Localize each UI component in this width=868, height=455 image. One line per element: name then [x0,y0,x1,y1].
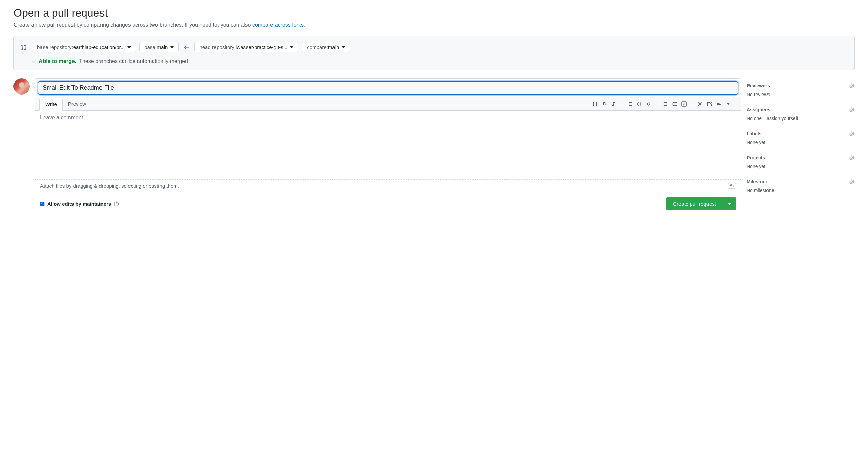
help-icon[interactable] [114,201,119,207]
task-list-icon[interactable] [679,100,688,108]
caret-down-icon [170,46,174,49]
labels-body: None yet [747,140,855,145]
cross-reference-icon[interactable] [705,100,714,108]
milestone-title: Milestone [747,179,769,184]
pr-title-input[interactable] [38,81,738,95]
base-repo-select[interactable]: base repository: earthlab-education/pr..… [32,42,136,52]
milestone-body: No milestone [747,188,855,193]
compare-branch-value: main [328,44,339,50]
svg-point-2 [663,105,663,106]
reviewers-title: Reviewers [747,83,770,88]
page-title: Open a pull request [13,7,855,19]
check-icon [31,59,36,64]
assign-yourself-link[interactable]: assign yourself [766,116,798,121]
merge-msg: These branches can be automatically merg… [79,58,190,64]
base-branch-label: base: [144,44,157,50]
labels-title: Labels [747,131,761,136]
md-toolbar: 123 [588,100,738,108]
caret-down-icon[interactable] [724,100,733,108]
caret-down-icon [342,46,345,49]
gear-icon[interactable] [849,107,855,112]
reviewers-body: No reviews [747,92,855,97]
markdown-badge-icon[interactable]: M↓ [728,183,736,189]
gear-icon[interactable] [849,155,855,160]
svg-text:3: 3 [672,105,673,107]
avatar[interactable] [13,78,30,95]
heading-icon[interactable] [590,100,599,108]
merge-able-text: Able to merge. [39,58,76,64]
allow-edits-checkbox[interactable] [40,202,45,206]
assignees-none: No one— [747,116,766,121]
projects-title: Projects [747,155,765,160]
create-pr-dropdown[interactable] [723,197,736,210]
bold-icon[interactable] [600,100,609,108]
compare-box: base repository: earthlab-education/pr..… [13,36,855,70]
arrow-left-icon [182,44,191,50]
code-icon[interactable] [635,100,644,108]
base-repo-value: earthlab-education/pr... [73,44,125,50]
pr-body-textarea[interactable] [35,111,741,178]
base-branch-select[interactable]: base: main [139,42,179,52]
base-branch-value: main [157,44,168,50]
gear-icon[interactable] [849,83,855,88]
caret-down-icon [127,46,131,49]
create-pr-button[interactable]: Create pull request [666,197,723,210]
merge-status: Able to merge. These branches can be aut… [31,58,847,64]
link-icon[interactable] [644,100,653,108]
italic-icon[interactable] [609,100,618,108]
base-repo-label: base repository: [37,44,73,50]
head-repo-select[interactable]: head repository: lwasser/practice-git-s.… [194,42,298,52]
compare-branch-select[interactable]: compare: main [302,42,350,52]
head-repo-label: head repository: [199,44,236,50]
mention-icon[interactable] [696,100,704,108]
svg-point-8 [116,205,117,205]
compare-forks-link[interactable]: compare across forks [252,22,304,28]
head-repo-value: lwasser/practice-git-s... [236,44,287,50]
quote-icon[interactable] [626,100,634,108]
unordered-list-icon[interactable] [661,100,669,108]
allow-edits-label[interactable]: Allow edits by maintainers [40,201,119,207]
ordered-list-icon[interactable]: 123 [670,100,679,108]
svg-point-0 [663,102,663,102]
subtitle-text: Create a new pull request by comparing c… [13,22,252,28]
svg-point-1 [663,103,663,104]
git-compare-icon [21,44,27,50]
sidebar: Reviewers No reviews Assignees No one—as… [747,78,855,198]
assignees-title: Assignees [747,107,770,112]
attach-hint[interactable]: Attach files by dragging & dropping, sel… [40,183,179,189]
tab-preview[interactable]: Preview [63,98,91,111]
subtitle-post: . [304,22,305,28]
reply-icon[interactable] [715,100,723,108]
svg-rect-6 [682,102,686,106]
gear-icon[interactable] [849,179,855,184]
tab-write[interactable]: Write [39,98,63,111]
comment-box: Write Preview [35,78,741,213]
assignees-body: No one—assign yourself [747,116,855,121]
projects-body: None yet [747,164,855,169]
allow-edits-text: Allow edits by maintainers [47,201,111,207]
page-subtitle: Create a new pull request by comparing c… [13,22,855,28]
gear-icon[interactable] [849,131,855,136]
caret-down-icon [290,46,293,49]
compare-branch-label: compare: [307,44,328,50]
